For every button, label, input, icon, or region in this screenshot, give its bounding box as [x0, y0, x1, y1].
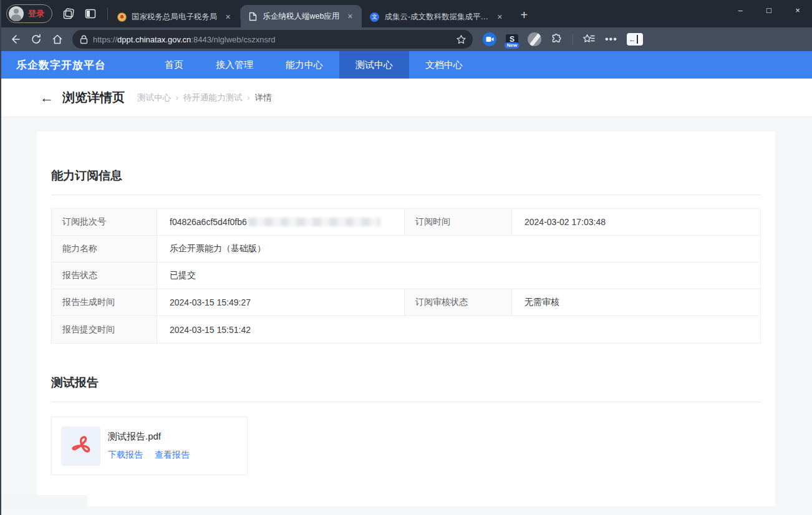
- back-icon[interactable]: [6, 31, 24, 48]
- table-row: 订阅批次号 f04826a6cf5d4f0fb6 订阅时间 2024-03-02…: [52, 209, 760, 236]
- subscription-section-title: 能力订阅信息: [51, 132, 761, 184]
- browser-toolbar: https://dppt.chinatax.gov.cn:8443/nlglwe…: [0, 27, 812, 51]
- tax-emblem-favicon: [117, 12, 127, 22]
- s-extension-icon[interactable]: S New: [506, 34, 518, 44]
- refresh-icon[interactable]: [27, 31, 45, 48]
- site-brand: 乐企数字开放平台: [0, 58, 106, 72]
- field-label: 订阅审核状态: [405, 289, 512, 315]
- nav-item-doc-center[interactable]: 文档中心: [409, 51, 479, 79]
- tab-title: 乐企纳税人端web应用: [263, 11, 340, 22]
- tab-tax-bureau[interactable]: 国家税务总局电子税务局 ×: [109, 6, 240, 27]
- nav-item-home[interactable]: 首页: [148, 51, 200, 79]
- vertical-tabs-icon[interactable]: [84, 7, 97, 21]
- workspaces-icon[interactable]: [61, 7, 75, 21]
- report-section-title: 测试报告: [51, 344, 761, 391]
- field-value-report-status: 已提交: [157, 262, 760, 289]
- field-label: 订阅时间: [405, 209, 512, 235]
- detail-card: 能力订阅信息 订阅批次号 f04826a6cf5d4f0fb6 订阅时间 202…: [37, 132, 775, 506]
- minimize-button[interactable]: –: [726, 0, 755, 20]
- maximize-button[interactable]: □: [755, 0, 783, 20]
- field-value-batch-no: f04826a6cf5d4f0fb6: [157, 209, 405, 235]
- section-divider: [51, 402, 761, 402]
- table-row: 报告提交时间 2024-03-15 15:51:42: [52, 316, 760, 343]
- download-report-link[interactable]: 下载报告: [108, 450, 143, 461]
- breadcrumb-detail: 详情: [255, 92, 272, 103]
- new-badge: New: [505, 42, 520, 49]
- site-navbar: 乐企数字开放平台 首页 接入管理 能力中心 测试中心 文档中心: [0, 51, 812, 79]
- browser-window: 登录 国家税务总局电子税务局 × 乐企纳税人端web应用 ×: [0, 0, 812, 515]
- section-divider: [51, 195, 761, 195]
- breadcrumb-separator: ›: [248, 94, 250, 102]
- nav-item-capability-center[interactable]: 能力中心: [269, 51, 339, 79]
- nav-item-access-management[interactable]: 接入管理: [200, 51, 269, 79]
- tab-close-icon[interactable]: ×: [494, 11, 505, 22]
- breadcrumb-test-center[interactable]: 测试中心: [137, 92, 171, 103]
- avatar: [9, 6, 24, 21]
- status-bubble: [1, 495, 87, 508]
- extensions-puzzle-icon[interactable]: [551, 33, 563, 46]
- field-value-audit-status: 无需审核: [512, 289, 760, 315]
- address-bar[interactable]: https://dppt.chinatax.gov.cn:8443/nlglwe…: [72, 30, 473, 49]
- camera-extension-icon[interactable]: [483, 32, 496, 46]
- table-row: 报告生成时间 2024-03-15 15:49:27 订阅审核状态 无需审核: [52, 289, 760, 316]
- extensions-area: S New ••• ←: [479, 32, 647, 46]
- subscription-info-table: 订阅批次号 f04826a6cf5d4f0fb6 订阅时间 2024-03-02…: [51, 208, 761, 344]
- settings-more-icon[interactable]: •••: [605, 34, 617, 45]
- page-body: 能力订阅信息 订阅批次号 f04826a6cf5d4f0fb6 订阅时间 202…: [0, 117, 812, 515]
- tab-title: 国家税务总局电子税务局: [132, 12, 218, 22]
- lock-icon: [80, 35, 88, 44]
- site-nav-items: 首页 接入管理 能力中心 测试中心 文档中心: [148, 51, 479, 79]
- test-report-card: 测试报告.pdf 下载报告 查看报告: [51, 416, 248, 475]
- tab-close-icon[interactable]: ×: [344, 11, 355, 22]
- favorites-icon[interactable]: [582, 34, 596, 45]
- breadcrumb-separator: ›: [176, 94, 178, 102]
- copilot-sidebar-icon[interactable]: ←: [627, 33, 643, 46]
- field-label: 订阅批次号: [52, 209, 157, 235]
- home-icon[interactable]: [49, 31, 66, 48]
- field-label: 报告状态: [52, 262, 157, 289]
- nav-item-test-center[interactable]: 测试中心: [339, 51, 409, 79]
- titlebar-divider: [107, 7, 108, 20]
- page-title: 浏览详情页: [62, 89, 125, 106]
- new-tab-button[interactable]: +: [515, 6, 533, 24]
- window-border: [0, 0, 1, 515]
- url-text: https://dppt.chinatax.gov.cn:8443/nlglwe…: [93, 35, 275, 44]
- field-label: 报告提交时间: [52, 316, 157, 343]
- pdf-file-name: 测试报告.pdf: [108, 431, 190, 443]
- view-report-link[interactable]: 查看报告: [155, 450, 190, 461]
- tab-strip: 国家税务总局电子税务局 × 乐企纳税人端web应用 × 文 成集云-成文数科数据…: [109, 0, 533, 27]
- tab-close-icon[interactable]: ×: [223, 11, 234, 22]
- pdf-file-icon: [61, 426, 100, 466]
- browser-titlebar: 登录 国家税务总局电子税务局 × 乐企纳税人端web应用 ×: [0, 0, 812, 27]
- field-label: 报告生成时间: [52, 289, 157, 315]
- field-value-subscribe-time: 2024-03-02 17:03:48: [512, 209, 760, 235]
- redacted-text: [248, 218, 380, 226]
- gray-extension-icon[interactable]: [528, 32, 541, 46]
- tab-leqi-web-active[interactable]: 乐企纳税人端web应用 ×: [241, 5, 362, 27]
- chengjiyun-favicon: 文: [369, 12, 379, 22]
- breadcrumb-pending-capability-test[interactable]: 待开通能力测试: [183, 92, 243, 103]
- page-header: ← 浏览详情页 测试中心 › 待开通能力测试 › 详情: [0, 79, 812, 117]
- field-label: 能力名称: [52, 236, 157, 262]
- table-row: 报告状态 已提交: [52, 262, 760, 289]
- field-value-report-generated-time: 2024-03-15 15:49:27: [157, 289, 405, 315]
- field-value-capability-name: 乐企开票能力（基础版）: [157, 236, 760, 262]
- toolbar-divider: [573, 34, 573, 45]
- tab-title: 成集云-成文数科数据集成平台_可: [384, 12, 489, 22]
- close-button[interactable]: ×: [783, 0, 812, 20]
- profile-login-button[interactable]: 登录: [6, 4, 52, 23]
- page-back-icon[interactable]: ←: [40, 91, 54, 105]
- login-label: 登录: [28, 8, 44, 19]
- field-value-report-submitted-time: 2024-03-15 15:51:42: [157, 316, 760, 343]
- breadcrumb: 测试中心 › 待开通能力测试 › 详情: [137, 92, 272, 103]
- document-favicon: [248, 11, 258, 21]
- table-row: 能力名称 乐企开票能力（基础版）: [52, 236, 760, 262]
- tab-chengjiyun[interactable]: 文 成集云-成文数科数据集成平台_可 ×: [362, 6, 511, 27]
- bookmark-star-icon[interactable]: [456, 34, 466, 45]
- window-controls: – □ ×: [726, 0, 812, 20]
